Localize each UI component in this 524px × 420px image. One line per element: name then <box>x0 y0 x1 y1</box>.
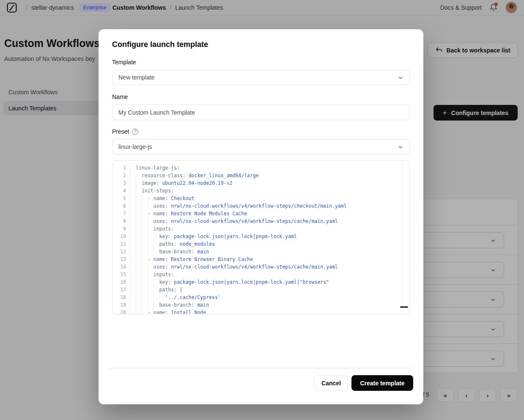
code-line: 12 base-branch: main <box>112 248 409 255</box>
line-number: 3 <box>112 179 130 187</box>
preset-select-value: linux-large-js <box>118 143 152 150</box>
line-number: 20 <box>112 309 130 314</box>
name-input[interactable]: My Custom Launch Template <box>112 104 410 120</box>
code-line: 16 key: package-lock.json|yarn.lock|pnpm… <box>112 278 409 286</box>
template-select[interactable]: New template <box>112 70 410 85</box>
name-label: Name <box>112 93 128 100</box>
code-line: 4 init-steps: <box>112 187 409 195</box>
line-number: 2 <box>112 172 130 179</box>
help-icon[interactable]: ? <box>132 129 138 135</box>
code-line: 18 '../.cache/Cypress' <box>112 294 409 301</box>
code-line: 7 - name: Restore Node Modules Cache <box>112 210 409 217</box>
preset-label-text: Preset <box>112 128 129 135</box>
code-line: 10 key: package-lock.json|yarn.lock|pnpm… <box>112 233 409 240</box>
code-line: 9 inputs: <box>112 225 409 233</box>
line-number: 10 <box>112 233 130 240</box>
preset-label: Preset ? <box>112 128 138 135</box>
line-number: 18 <box>112 294 130 301</box>
modal-footer: Cancel Create template <box>314 375 413 391</box>
code-line: 17 paths: | <box>112 286 409 294</box>
line-number: 1 <box>112 164 130 172</box>
code-line: 1linux-large-js: <box>112 164 409 172</box>
code-line: 2 resource-class: docker_linux_amd64/lar… <box>112 172 409 179</box>
modal-title: Configure launch template <box>112 40 208 49</box>
editor-scrollbar-track <box>402 161 403 314</box>
code-line: 6 uses: nrwl/nx-cloud-workflows/v4/workf… <box>112 202 409 210</box>
chevron-down-icon <box>398 144 403 150</box>
configure-launch-template-modal: Configure launch template Template New t… <box>99 29 423 404</box>
name-input-value: My Custom Launch Template <box>118 109 195 116</box>
line-number: 5 <box>112 195 130 202</box>
editor-scrollbar-thumb[interactable] <box>400 306 408 308</box>
line-number: 13 <box>112 255 130 263</box>
code-line: 8 uses: nrwl/nx-cloud-workflows/v4/workf… <box>112 217 409 225</box>
template-select-value: New template <box>118 74 155 81</box>
line-number: 4 <box>112 187 130 195</box>
line-number: 14 <box>112 263 130 271</box>
preset-select[interactable]: linux-large-js <box>112 139 410 154</box>
code-line: 5 - name: Checkout <box>112 195 409 202</box>
template-label: Template <box>112 59 136 66</box>
line-number: 16 <box>112 278 130 286</box>
cancel-button[interactable]: Cancel <box>314 375 348 391</box>
code-line: 13 - name: Restore Browser Binary Cache <box>112 255 409 263</box>
code-line: 14 uses: nrwl/nx-cloud-workflows/v4/work… <box>112 263 409 271</box>
line-number: 7 <box>112 210 130 217</box>
line-number: 12 <box>112 248 130 255</box>
code-line: 19 base-branch: main <box>112 301 409 309</box>
line-number: 8 <box>112 217 130 225</box>
line-number: 15 <box>112 271 130 278</box>
create-template-button[interactable]: Create template <box>351 375 413 391</box>
chevron-down-icon <box>398 75 403 81</box>
code-line: 15 inputs: <box>112 271 409 278</box>
line-number: 6 <box>112 202 130 210</box>
line-number: 11 <box>112 240 130 248</box>
line-number: 19 <box>112 301 130 309</box>
code-line: 20 - name: Install Node <box>112 309 409 314</box>
line-number: 9 <box>112 225 130 233</box>
modal-footer-divider <box>109 368 413 368</box>
line-number: 17 <box>112 286 130 294</box>
code-line: 11 paths: node_modules <box>112 240 409 248</box>
code-line: 3 image: ubuntu22.04-node20.19-v2 <box>112 179 409 187</box>
yaml-code-editor[interactable]: 1linux-large-js:2 resource-class: docker… <box>112 160 410 314</box>
